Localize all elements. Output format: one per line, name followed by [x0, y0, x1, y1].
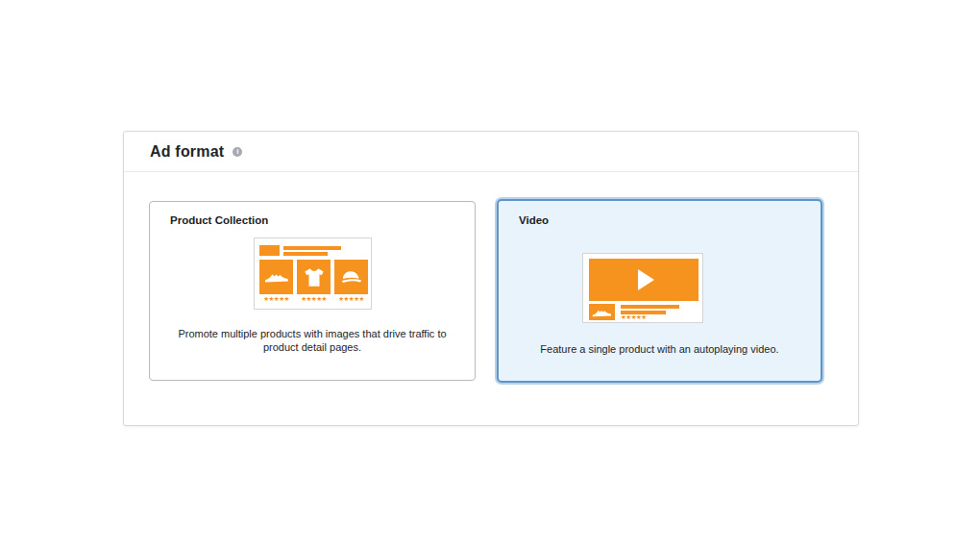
cap-icon [340, 270, 363, 284]
product-thumbnail-shoe [589, 304, 615, 320]
ad-format-card-video[interactable]: Video ★★★★★ Feature a single product wit… [497, 199, 822, 383]
card-title: Video [519, 214, 549, 226]
card-description: Promote multiple products with images th… [171, 328, 453, 354]
rating-stars: ★★★★★ [259, 296, 293, 303]
product-tile-cap: ★★★★★ [334, 260, 368, 303]
product-tiles: ★★★★★ ★★★★★ [259, 260, 368, 303]
video-player-placeholder [589, 259, 698, 301]
play-icon [638, 269, 654, 290]
product-tile-tshirt: ★★★★★ [297, 260, 331, 303]
product-tile-shoe: ★★★★★ [259, 260, 293, 303]
text-line [621, 305, 679, 309]
panel-header: Ad format i [124, 132, 858, 172]
headline-line [283, 252, 328, 256]
product-collection-illustration: ★★★★★ ★★★★★ [254, 238, 372, 310]
headline-line [283, 246, 341, 250]
page-title: Ad format [150, 143, 224, 161]
shoe-icon [592, 307, 612, 318]
card-title: Product Collection [170, 214, 268, 226]
rating-stars: ★★★★★ [297, 296, 331, 303]
ad-format-panel: Ad format i Product Collection ★★★ [123, 131, 859, 426]
rating-stars: ★★★★★ [621, 314, 647, 321]
ad-format-card-product-collection[interactable]: Product Collection ★★★★★ [149, 201, 476, 381]
card-description: Feature a single product with an autopla… [520, 343, 799, 357]
tshirt-icon [304, 267, 325, 288]
brand-logo-placeholder [259, 245, 280, 256]
info-icon[interactable]: i [233, 147, 242, 157]
video-illustration: ★★★★★ [582, 253, 703, 323]
rating-stars: ★★★★★ [334, 296, 368, 303]
shoe-icon [264, 270, 289, 284]
